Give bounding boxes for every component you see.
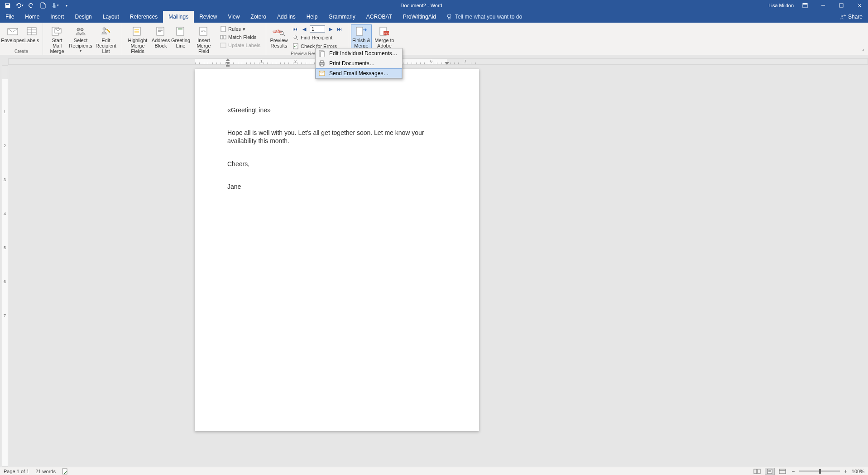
tab-help[interactable]: Help: [301, 11, 323, 23]
labels-button[interactable]: Labels: [24, 24, 40, 44]
tab-review[interactable]: Review: [194, 11, 222, 23]
tab-references[interactable]: References: [125, 11, 163, 23]
spellcheck-icon[interactable]: [62, 468, 68, 475]
tab-acrobat[interactable]: ACROBAT: [361, 11, 398, 23]
zoom-out-icon[interactable]: −: [790, 468, 796, 475]
tell-me-search[interactable]: Tell me what you want to do: [441, 11, 527, 23]
close-icon[interactable]: [853, 0, 866, 10]
print-layout-icon[interactable]: [765, 468, 775, 475]
tab-view[interactable]: View: [223, 11, 245, 23]
first-line-indent-marker[interactable]: [225, 58, 230, 61]
tab-insert[interactable]: Insert: [45, 11, 69, 23]
check-errors-icon: [293, 43, 299, 49]
tab-design[interactable]: Design: [69, 11, 97, 23]
qat-customize-icon[interactable]: ▾: [62, 0, 72, 10]
tab-mailings[interactable]: Mailings: [163, 11, 194, 23]
horizontal-ruler[interactable]: 1234567: [8, 58, 868, 65]
prev-record-icon[interactable]: ◀: [301, 25, 308, 33]
web-layout-icon[interactable]: [777, 468, 787, 475]
collapse-ribbon-icon[interactable]: ˄: [862, 49, 864, 54]
address-block-button[interactable]: Address Block: [151, 24, 170, 50]
document-content[interactable]: «GreetingLine» Hope all is well with you…: [227, 106, 446, 191]
edit-recipient-list-button[interactable]: Edit Recipient List: [93, 24, 119, 55]
first-record-icon[interactable]: ⏮: [292, 25, 299, 33]
tab-prowritingaid[interactable]: ProWritingAid: [398, 11, 441, 23]
find-recipient-button[interactable]: Find Recipient: [291, 34, 344, 41]
finish-merge-dropdown: Edit Individual Documents… Print Documen…: [315, 48, 403, 79]
new-doc-icon[interactable]: [38, 0, 48, 10]
vertical-ruler[interactable]: 1234567: [2, 65, 8, 467]
ruler-number: 2: [294, 59, 297, 63]
preview-results-button[interactable]: «ab» Preview Results: [269, 24, 289, 50]
tab-grammarly[interactable]: Grammarly: [323, 11, 360, 23]
zoom-level[interactable]: 100%: [852, 469, 864, 474]
last-record-icon[interactable]: ⏭: [336, 25, 343, 33]
tab-zotero[interactable]: Zotero: [245, 11, 272, 23]
share-label: Share: [848, 14, 863, 20]
tab-addins[interactable]: Add-ins: [272, 11, 301, 23]
greeting-line-button[interactable]: Greeting Line: [171, 24, 190, 50]
record-number-input[interactable]: [310, 25, 325, 33]
insert-merge-field-icon: «»: [197, 26, 210, 37]
document-workspace: 1234567 1234567 «GreetingLine» Hope all …: [0, 55, 868, 467]
touch-mode-icon[interactable]: ▾: [50, 0, 60, 10]
zoom-slider-thumb[interactable]: [819, 469, 821, 474]
svg-point-18: [103, 28, 106, 30]
user-name[interactable]: Lisa Mildon: [768, 3, 794, 8]
send-email-messages-item[interactable]: Send Email Messages…: [316, 68, 402, 78]
window-title: Document2 - Word: [74, 3, 768, 8]
next-record-icon[interactable]: ▶: [327, 25, 334, 33]
update-labels-icon: [220, 42, 226, 48]
group-label-create: Create: [3, 48, 40, 54]
svg-rect-26: [177, 27, 184, 35]
print-icon: [318, 60, 326, 67]
maximize-icon[interactable]: [834, 0, 848, 10]
svg-rect-7: [448, 18, 450, 19]
svg-rect-31: [221, 35, 223, 39]
read-mode-icon[interactable]: [752, 468, 762, 475]
edit-individual-documents-item[interactable]: Edit Individual Documents…: [316, 48, 402, 58]
merge-pdf-icon: PDF: [378, 26, 391, 37]
svg-rect-32: [224, 35, 226, 39]
svg-line-36: [283, 34, 285, 36]
rules-button[interactable]: Rules ▾: [218, 25, 262, 33]
chevron-down-icon: ▾: [243, 26, 245, 32]
match-fields-button[interactable]: Match Fields: [218, 34, 262, 41]
envelopes-button[interactable]: Envelopes: [3, 24, 23, 44]
share-button[interactable]: Share: [834, 11, 868, 23]
print-documents-item[interactable]: Print Documents…: [316, 58, 402, 68]
undo-icon[interactable]: ▾: [14, 0, 24, 10]
ruler-number: 6: [430, 59, 432, 63]
svg-rect-33: [221, 43, 226, 48]
redo-icon[interactable]: [26, 0, 36, 10]
greeting-field: «GreetingLine»: [227, 106, 446, 114]
word-count[interactable]: 21 words: [35, 469, 56, 474]
group-create: Envelopes Labels Create: [0, 23, 43, 55]
ribbon: Envelopes Labels Create Start Mail Merge…: [0, 23, 868, 55]
tab-file[interactable]: File: [0, 11, 19, 23]
page-indicator[interactable]: Page 1 of 1: [4, 469, 29, 474]
quick-access-toolbar: ▾ ▾ ▾: [0, 0, 74, 10]
svg-text:PDF: PDF: [384, 32, 390, 35]
document-page[interactable]: «GreetingLine» Hope all is well with you…: [195, 69, 479, 431]
svg-rect-20: [134, 29, 139, 30]
svg-point-17: [81, 28, 83, 31]
ribbon-display-options-icon[interactable]: [798, 0, 812, 10]
highlight-fields-icon: [131, 26, 144, 37]
zoom-in-icon[interactable]: +: [843, 468, 849, 475]
envelope-icon: [6, 26, 19, 37]
svg-rect-39: [293, 43, 298, 49]
select-recipients-button[interactable]: Select Recipients▾: [69, 24, 92, 55]
minimize-icon[interactable]: [816, 0, 830, 10]
svg-point-16: [77, 28, 80, 31]
find-recipient-icon: [293, 34, 299, 41]
doc-name: Document2: [401, 3, 426, 8]
highlight-merge-fields-button[interactable]: Highlight Merge Fields: [125, 24, 150, 55]
save-icon[interactable]: [3, 0, 13, 10]
tab-home[interactable]: Home: [19, 11, 45, 23]
tab-layout[interactable]: Layout: [97, 11, 125, 23]
zoom-slider[interactable]: [799, 470, 840, 472]
title-bar: ▾ ▾ ▾ Document2 - Word Lisa Mildon: [0, 0, 868, 11]
left-indent-marker[interactable]: [226, 65, 230, 67]
svg-rect-48: [321, 64, 323, 66]
